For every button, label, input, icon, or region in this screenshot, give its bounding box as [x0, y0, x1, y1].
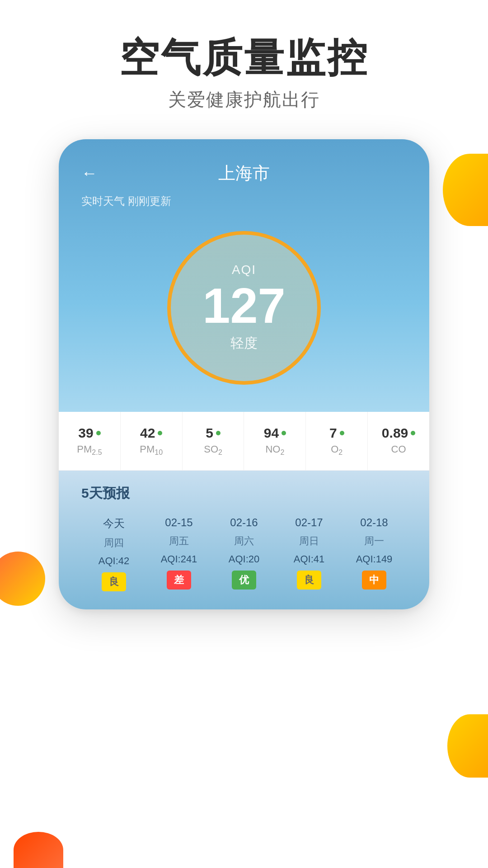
forecast-day: 02-18周一AQI:149中 — [342, 516, 407, 591]
pollutant-dot — [282, 431, 286, 435]
aqi-circle-container: AQI 127 轻度 — [81, 222, 407, 412]
forecast-aqi-label: AQI:41 — [294, 553, 324, 565]
forecast-day-name: 02-17 — [295, 516, 323, 529]
pollutant-dot — [411, 431, 415, 435]
forecast-weekday: 周日 — [299, 534, 319, 548]
blob-bottom-red — [14, 832, 63, 868]
forecast-badge: 中 — [362, 571, 386, 590]
pollutant-value: 39 — [78, 425, 93, 441]
forecast-aqi-label: AQI:149 — [356, 553, 393, 565]
forecast-title: 5天预报 — [81, 484, 407, 503]
forecast-section: 5天预报 今天周四AQI:42良02-15周五AQI:241差02-16周六AQ… — [59, 471, 429, 609]
forecast-weekday: 周五 — [169, 534, 189, 548]
pollutant-value: 5 — [206, 425, 213, 441]
blob-top-right — [443, 154, 488, 226]
aqi-value: 127 — [202, 281, 286, 330]
forecast-day: 02-15周五AQI:241差 — [146, 516, 211, 591]
forecast-badge: 差 — [167, 571, 191, 590]
pollutant-value: 7 — [329, 425, 337, 441]
nav-bar: ← 上海市 — [81, 162, 407, 185]
page-title: 空气质量监控 — [0, 36, 488, 80]
aqi-description: 轻度 — [230, 334, 258, 353]
forecast-day-name: 02-18 — [360, 516, 388, 529]
page-subtitle: 关爱健康护航出行 — [0, 87, 488, 112]
blob-bottom-left — [0, 552, 45, 606]
back-button[interactable]: ← — [81, 164, 98, 183]
forecast-aqi-label: AQI:20 — [229, 553, 259, 565]
forecast-weekday: 周四 — [104, 536, 124, 550]
pollutant-value: 42 — [140, 425, 155, 441]
pollutant-value: 0.89 — [382, 425, 408, 441]
pollutant-name: CO — [391, 443, 406, 455]
pollutant-item: 94NO2 — [244, 412, 306, 470]
pollutant-item: 7O2 — [306, 412, 368, 470]
pollutant-item: 5SO2 — [183, 412, 244, 470]
pollutant-name: PM10 — [140, 443, 163, 457]
phone-mockup: ← 上海市 实时天气 刚刚更新 AQI 127 轻度 39PM2.542PM10… — [59, 139, 429, 609]
forecast-day: 02-16周六AQI:20优 — [211, 516, 277, 591]
forecast-day: 02-17周日AQI:41良 — [277, 516, 342, 591]
forecast-day-name: 02-16 — [230, 516, 258, 529]
pollutant-name: PM2.5 — [77, 443, 102, 457]
forecast-day: 今天周四AQI:42良 — [81, 516, 146, 591]
aqi-label: AQI — [232, 263, 256, 277]
forecast-day-name: 今天 — [103, 516, 125, 531]
forecast-badge: 良 — [102, 572, 126, 591]
blob-bottom-right — [447, 714, 488, 778]
pollutant-item: 0.89CO — [368, 412, 429, 470]
pollutant-item: 39PM2.5 — [59, 412, 121, 470]
pollutants-section: 39PM2.542PM105SO294NO27O20.89CO — [59, 412, 429, 471]
pollutant-name: SO2 — [204, 443, 222, 457]
weather-status: 实时天气 刚刚更新 — [81, 194, 407, 208]
city-name: 上海市 — [218, 162, 270, 185]
forecast-aqi-label: AQI:241 — [161, 553, 197, 565]
forecast-aqi-label: AQI:42 — [99, 555, 129, 567]
forecast-badge: 良 — [297, 571, 321, 590]
sky-section: ← 上海市 实时天气 刚刚更新 AQI 127 轻度 — [59, 139, 429, 412]
pollutant-value: 94 — [264, 425, 279, 441]
pollutant-name: NO2 — [265, 443, 284, 457]
pollutant-dot — [158, 431, 162, 435]
forecast-weekday: 周六 — [234, 534, 254, 548]
forecast-grid: 今天周四AQI:42良02-15周五AQI:241差02-16周六AQI:20优… — [81, 516, 407, 591]
pollutant-item: 42PM10 — [121, 412, 183, 470]
forecast-badge: 优 — [232, 571, 256, 590]
forecast-weekday: 周一 — [364, 534, 384, 548]
app-screen: ← 上海市 实时天气 刚刚更新 AQI 127 轻度 39PM2.542PM10… — [59, 139, 429, 609]
pollutant-dot — [96, 431, 101, 435]
header-section: 空气质量监控 关爱健康护航出行 — [0, 0, 488, 130]
aqi-circle: AQI 127 轻度 — [167, 231, 321, 385]
forecast-day-name: 02-15 — [165, 516, 192, 529]
pollutant-name: O2 — [331, 443, 343, 457]
pollutant-dot — [340, 431, 344, 435]
pollutant-dot — [216, 431, 221, 435]
